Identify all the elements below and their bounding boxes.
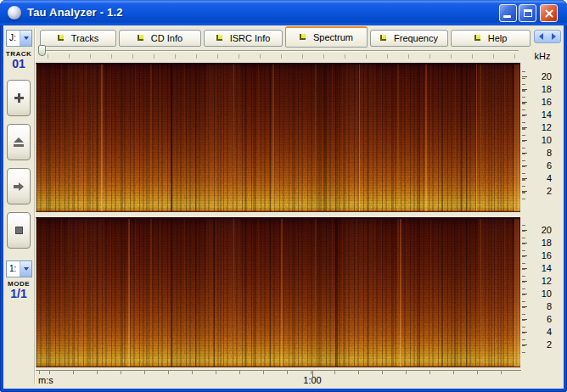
bright-streak [128,219,130,367]
noise-texture [36,219,520,367]
bright-streak [359,64,360,211]
khz-tick-label: 4 [522,326,554,339]
khz-tick-label: 10 [522,288,554,300]
minimize-button[interactable] [499,4,517,22]
tab-isrc-info[interactable]: ISRC Info [204,30,283,47]
tab-spectrum[interactable]: Spectrum [285,26,368,48]
tab-label: CD Info [151,33,182,43]
tab-scroll-control [534,30,561,43]
drive-select-value: J: [7,31,20,46]
noise-texture [36,64,520,211]
maximize-button[interactable] [519,4,536,22]
screenshot: Tau Analyzer - 1.2 Tracks CD Info ISRC I… [0,0,567,392]
plus-icon [14,93,24,103]
khz-tick-label: 2 [522,185,554,198]
flag-icon [216,35,224,42]
play-button[interactable] [7,168,31,204]
khz-tick-label: 2 [522,339,554,351]
khz-tick-label: 6 [522,160,554,172]
khz-tick-label: 20 [522,70,554,83]
khz-tick-label: 12 [522,121,554,134]
eject-icon [14,137,24,147]
chevron-down-icon [24,267,29,271]
dark-streak [461,64,463,211]
tab-scroll-right-icon[interactable] [552,33,556,40]
khz-tick-label: 16 [522,249,554,262]
app-icon [8,6,21,20]
bright-streak [476,64,477,211]
dropdown-button[interactable] [20,31,31,46]
khz-tick-label: 8 [522,147,554,160]
tab-label: Tracks [71,33,99,43]
position-slider-thumb[interactable] [38,45,46,56]
eject-button[interactable] [7,124,31,160]
mode-number: 1/1 [3,287,35,300]
khz-tick-label: 8 [522,300,554,313]
dark-streak [454,219,456,367]
khz-tick-label: 12 [522,275,554,288]
slider-tick-marks [48,54,519,59]
window-title: Tau Analyzer - 1.2 [27,6,123,19]
khz-axis-1: 2018161412108642 [522,70,554,198]
khz-tick-label: 6 [522,313,554,326]
track-number: 01 [3,57,35,70]
khz-tick-label: 10 [522,134,554,147]
khz-tick-label: 20 [522,224,554,237]
tab-label: Spectrum [313,32,353,42]
flag-icon [58,35,65,42]
sidebar-divider [34,28,35,384]
bright-streak [514,64,519,211]
bright-streak [514,219,519,367]
flag-icon [300,34,307,42]
mode-select-value: 1: [7,261,20,277]
titlebar[interactable]: Tau Analyzer - 1.2 [0,0,567,25]
khz-unit-label: kHz [528,51,557,61]
flag-icon [380,35,388,42]
position-slider-track[interactable] [38,50,519,51]
khz-tick-label: 16 [522,96,554,109]
tab-label: Help [488,33,508,43]
bright-streak [425,64,427,211]
arrow-right-icon [14,182,24,191]
drive-select[interactable]: J: [6,30,32,47]
add-track-button[interactable] [7,80,31,116]
chevron-down-icon [24,36,29,40]
dark-streak [213,219,215,367]
bright-streak [272,64,274,211]
khz-tick-label: 14 [522,262,554,275]
tab-frequency[interactable]: Frequency [370,30,448,47]
spectrogram-channel-2 [36,217,520,367]
time-tick-label: 1:00 [295,375,329,385]
stop-icon [15,227,23,234]
dropdown-button[interactable] [20,261,31,277]
maximize-icon [524,9,532,17]
tab-label: ISRC Info [230,33,271,43]
app-window: Tau Analyzer - 1.2 Tracks CD Info ISRC I… [0,0,567,392]
khz-tick-label: 18 [522,237,554,249]
dark-streak [323,64,326,211]
bright-streak [101,64,103,211]
minimize-icon [503,15,511,18]
spectrogram-channel-1 [36,63,520,212]
dark-streak [335,219,338,367]
tab-label: Frequency [394,33,438,43]
tab-help[interactable]: Help [451,30,531,47]
khz-axis-2: 2018161412108642 [522,224,554,351]
flag-icon [474,35,482,42]
time-unit-label: m:s [38,375,53,385]
mode-select[interactable]: 1: [6,260,32,277]
tab-cd-info[interactable]: CD Info [119,30,201,47]
dark-streak [171,64,172,211]
time-ruler-minor-ticks [36,371,521,374]
bright-streak [281,219,283,367]
stop-button[interactable] [7,212,31,249]
khz-tick-label: 4 [522,172,554,185]
bright-streak [400,219,401,367]
flag-icon [138,35,145,42]
close-button[interactable] [540,4,558,22]
khz-tick-label: 18 [522,83,554,96]
tab-scroll-left-icon[interactable] [539,33,543,40]
tab-tracks[interactable]: Tracks [40,30,116,47]
khz-tick-label: 14 [522,109,554,121]
